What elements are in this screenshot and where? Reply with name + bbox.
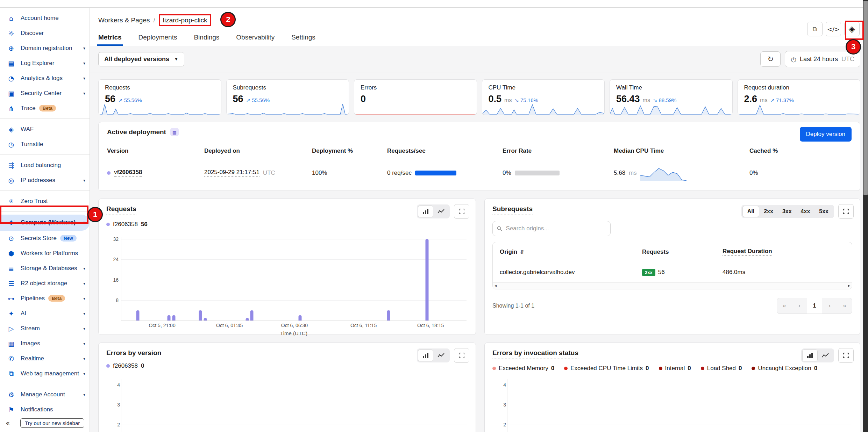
sidebar-footer: « Try out our new sidebar <box>0 416 90 432</box>
turnstile-icon: ◷ <box>6 141 16 148</box>
x-axis-label: Oct 5, 21:00 <box>149 323 175 328</box>
sidebar-item-waf[interactable]: ◈WAF <box>0 122 90 137</box>
filter-3xx[interactable]: 3xx <box>778 206 796 217</box>
sidebar-item-ai[interactable]: ✦AI▾ <box>0 306 90 321</box>
sidebar-item-ip-addresses[interactable]: ◎IP addresses▾ <box>0 173 90 188</box>
sidebar-item-turnstile[interactable]: ◷Turnstile <box>0 137 90 152</box>
sidebar-item-storage-databases[interactable]: ≣Storage & Databases▾ <box>0 261 90 276</box>
horizontal-scrollbar[interactable]: ◂ ▸ <box>493 282 852 289</box>
sidebar-item-web-tag-management[interactable]: ⧉Web tag management▾ <box>0 366 90 381</box>
try-new-sidebar-button[interactable]: Try out our new sidebar <box>20 418 84 428</box>
scroll-left-icon[interactable]: ◂ <box>495 283 497 288</box>
vertical-scrollbar-thumb[interactable] <box>863 1 868 195</box>
sidebar-item-r2-object-storage[interactable]: ☰R2 object storage▾ <box>0 276 90 291</box>
breadcrumb-workers-pages[interactable]: Workers & Pages <box>98 16 150 24</box>
chevron-down-icon: ▾ <box>83 311 85 316</box>
gridline <box>121 385 467 385</box>
current-page-button[interactable]: 1 <box>807 298 822 314</box>
y-axis-label: 4 <box>106 382 120 388</box>
tab-metrics[interactable]: Metrics <box>98 34 122 46</box>
sidebar-item-label: Web tag management <box>21 370 79 377</box>
versions-dropdown[interactable]: All deployed versions ▼ <box>98 52 184 66</box>
tab-deployments[interactable]: Deployments <box>138 34 177 46</box>
next-page-button[interactable]: › <box>822 298 837 314</box>
expand-subrequests-button[interactable] <box>838 204 854 219</box>
expand-requests-chart-button[interactable] <box>454 204 469 219</box>
legend-dot <box>659 367 662 370</box>
filter-2xx[interactable]: 2xx <box>759 206 778 217</box>
subrequests-table-row[interactable]: collector.gabrielcarvalho.dev 2xx 56 486… <box>493 262 852 282</box>
search-origins-input[interactable] <box>505 225 606 232</box>
line-chart-toggle[interactable] <box>433 350 449 361</box>
info-icon[interactable]: ▦ <box>170 128 179 136</box>
line-chart-toggle[interactable] <box>818 350 833 361</box>
y-axis-label: 16 <box>105 277 119 283</box>
prev-page-button[interactable]: ‹ <box>792 298 807 314</box>
images-icon: ▦ <box>6 340 16 347</box>
sidebar-item-analytics-logs[interactable]: ◔Analytics & logs▾ <box>0 71 90 86</box>
database-icon: ≣ <box>6 265 16 272</box>
sidebar-item-account-home[interactable]: ⌂Account home <box>0 10 90 26</box>
sidebar-item-log-explorer[interactable]: ▤Log Explorer▾ <box>0 56 90 71</box>
origin-column-header[interactable]: Origin <box>500 249 517 255</box>
deploy-version-button[interactable]: Deploy version <box>800 127 852 142</box>
filter-5xx[interactable]: 5xx <box>814 206 833 217</box>
home-icon: ⌂ <box>6 14 16 22</box>
metric-card-subrequests: Subrequests56↗55.56% <box>226 79 349 115</box>
collapse-sidebar-icon[interactable]: « <box>6 419 10 427</box>
bar-chart-toggle[interactable] <box>418 206 433 217</box>
code-editor-button[interactable]: </> <box>826 22 841 36</box>
sidebar-item-pipelines[interactable]: ⊶PipelinesBeta▾ <box>0 291 90 306</box>
filter-4xx[interactable]: 4xx <box>796 206 815 217</box>
open-external-button[interactable]: ⧉ <box>807 22 823 36</box>
expand-errors-chart-button[interactable] <box>454 348 469 363</box>
refresh-button[interactable]: ↻ <box>760 51 781 67</box>
bar-chart-toggle[interactable] <box>802 350 818 361</box>
sidebar-item-notifications[interactable]: ⚑Notifications <box>0 402 90 416</box>
first-page-button[interactable]: « <box>777 298 792 314</box>
sidebar-item-secrets-store[interactable]: ⊙Secrets StoreNew <box>0 231 90 246</box>
sidebar-item-label: IP addresses <box>21 177 55 184</box>
sidebar-item-label: Notifications <box>21 406 53 413</box>
sidebar-item-stream[interactable]: ▷Stream▾ <box>0 321 90 336</box>
line-chart-toggle[interactable] <box>433 206 449 217</box>
errors-by-invocation-title: Errors by invocation status <box>492 349 578 359</box>
filter-all[interactable]: All <box>742 206 759 217</box>
deployment-version-cell[interactable]: vf2606358 <box>107 159 204 188</box>
sidebar-item-workers-for-platforms[interactable]: ⬢Workers for Platforms <box>0 246 90 261</box>
sidebar-item-images[interactable]: ▦Images▾ <box>0 336 90 351</box>
time-range-utc: UTC <box>841 56 854 63</box>
legend-value: 0 <box>551 365 554 372</box>
request-duration-column-header[interactable]: Request Duration <box>723 248 772 256</box>
sidebar-item-manage-account[interactable]: ⚙Manage Account▾ <box>0 387 90 402</box>
tab-observability[interactable]: Observability <box>236 34 275 46</box>
last-page-button[interactable]: » <box>837 298 852 314</box>
tab-bindings[interactable]: Bindings <box>194 34 219 46</box>
bar-chart-toggle[interactable] <box>418 350 433 361</box>
requests-column-header[interactable]: Requests <box>642 249 669 255</box>
sidebar-item-security-center[interactable]: ▣Security Center▾ <box>0 86 90 101</box>
legend-value: 0 <box>814 365 817 372</box>
sidebar-item-label: Realtime <box>21 355 44 362</box>
requests-sec-bar <box>415 171 456 175</box>
tab-settings[interactable]: Settings <box>291 34 315 46</box>
legend-dot <box>106 223 110 226</box>
sidebar-item-label: Secrets Store <box>21 235 57 242</box>
sidebar-item-discover[interactable]: ☼Discover <box>0 26 90 41</box>
chevron-down-icon: ▾ <box>83 341 85 346</box>
chevron-down-icon: ▾ <box>83 281 85 286</box>
expand-invocation-chart-button[interactable] <box>838 348 854 363</box>
sort-icon[interactable]: ⇵ <box>520 249 524 255</box>
sidebar-item-realtime[interactable]: ✆Realtime▾ <box>0 351 90 366</box>
sidebar-item-domain-registration[interactable]: ⊕Domain registration▾ <box>0 41 90 56</box>
time-range-button[interactable]: ◷ Last 24 hours UTC <box>785 51 860 67</box>
legend-series-label: f2606358 <box>113 221 138 228</box>
sidebar-item-label: Log Explorer <box>21 60 54 67</box>
scroll-right-icon[interactable]: ▸ <box>848 283 850 288</box>
sidebar-item-trace[interactable]: ⋔TraceBeta <box>0 101 90 116</box>
delta-value: 75.16% <box>520 97 538 103</box>
vertical-scrollbar-track[interactable] <box>863 0 868 432</box>
sidebar-item-load-balancing[interactable]: ⇶Load balancing <box>0 158 90 173</box>
chevron-down-icon: ▾ <box>83 76 85 81</box>
request-bar <box>250 310 254 321</box>
